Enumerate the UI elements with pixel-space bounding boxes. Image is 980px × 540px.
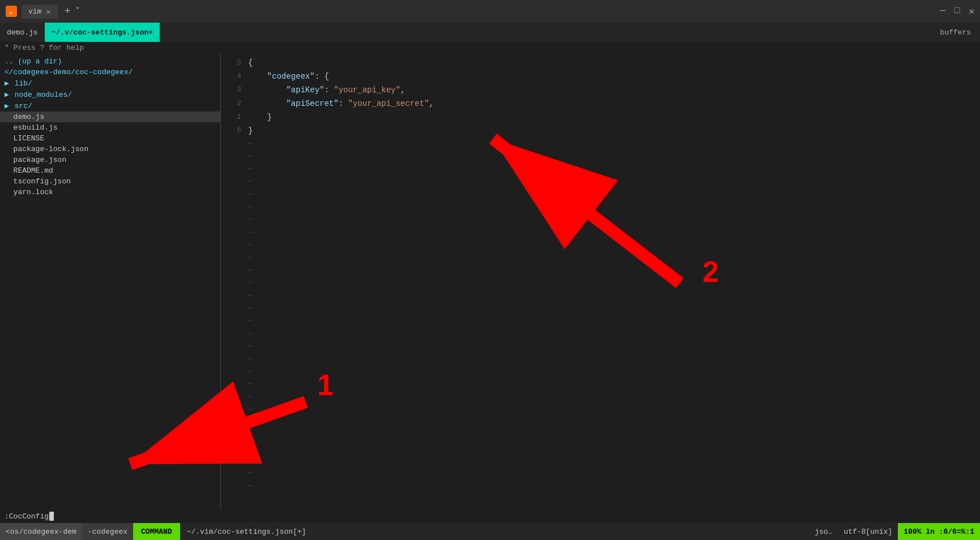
tilde-line: ~ <box>221 391 980 404</box>
cursor <box>49 512 54 521</box>
tab-chevron[interactable]: ˅ <box>75 6 80 17</box>
tilde-line: ~ <box>221 328 980 340</box>
tilde-line: ~ <box>221 150 980 162</box>
code-line-1: 1 } <box>221 110 980 124</box>
status-left-path: <os/codegeex-dem <box>0 523 82 540</box>
window-controls: — □ ✕ <box>940 6 974 17</box>
code-line-5: 5 { <box>221 56 980 70</box>
tab-vim[interactable]: vim ✕ <box>22 5 58 19</box>
editor-pane: 5 { 4 "codegeex": { 3 "apiKey": "your_ap… <box>221 54 980 521</box>
maximize-button[interactable]: □ <box>955 6 960 17</box>
tab-title: vim <box>28 7 41 16</box>
sidebar-item-up-dir[interactable]: .. (up a dir) <box>0 56 220 67</box>
buffer-tab-demo-js[interactable]: demo.js <box>0 23 45 42</box>
tilde-line: ~ <box>221 340 980 353</box>
sidebar-item-root-dir[interactable]: </codegeex-demo/coc-codegeex/ <box>0 67 220 78</box>
sidebar-item-lib[interactable]: ▶ lib/ <box>0 78 220 89</box>
status-filename: ~/.vim/coc-settings.json[+] <box>180 528 809 536</box>
tilde-line: ~ <box>221 366 980 378</box>
status-encoding: utf-8[unix] <box>838 528 898 536</box>
sidebar-item-license[interactable]: LICENSE <box>0 133 220 144</box>
code-line-6: 6 } <box>221 124 980 138</box>
tilde-line: ~ <box>221 175 980 188</box>
status-filetype: jso… <box>809 528 838 536</box>
add-tab-button[interactable]: + <box>65 6 71 17</box>
tilde-line: ~ <box>221 404 980 416</box>
tab-close-button[interactable]: ✕ <box>46 7 50 16</box>
code-line-3: 3 "apiKey": "your_api_key", <box>221 83 980 97</box>
close-window-button[interactable]: ✕ <box>969 6 974 17</box>
buffer-tab-coc-settings[interactable]: ~/.v/coc-settings.json+ <box>45 23 160 42</box>
sidebar-item-esbuild-js[interactable]: esbuild.js <box>0 122 220 133</box>
tilde-line: ~ <box>221 455 980 467</box>
tilde-line: ~ <box>221 467 980 479</box>
sidebar-item-yarn-lock[interactable]: yarn.lock <box>0 187 220 198</box>
tilde-line: ~ <box>221 378 980 391</box>
minimize-button[interactable]: — <box>940 6 945 17</box>
vim-icon: v <box>6 6 17 17</box>
tilde-line: ~ <box>221 353 980 366</box>
sidebar-item-demo-js[interactable]: demo.js <box>0 112 220 122</box>
cmd-text: :CocConfig <box>5 512 49 521</box>
tilde-line: ~ <box>221 277 980 289</box>
status-progress: 100% ln :6/6=%:1 <box>898 523 980 540</box>
tilde-line: ~ <box>221 417 980 429</box>
tilde-line: ~ <box>221 302 980 315</box>
tilde-line: ~ <box>221 213 980 226</box>
tilde-line: ~ <box>221 138 980 150</box>
help-line: " Press ? for help <box>0 42 980 54</box>
code-line-2: 2 "apiSecret": "your_api_secret", <box>221 97 980 110</box>
tilde-line: ~ <box>221 163 980 175</box>
svg-text:v: v <box>10 10 12 15</box>
status-branch: -codegeex <box>82 523 133 540</box>
tilde-line: ~ <box>221 252 980 264</box>
sidebar-item-tsconfig-json[interactable]: tsconfig.json <box>0 176 220 187</box>
tilde-line: ~ <box>221 264 980 277</box>
tilde-line: ~ <box>221 290 980 302</box>
buffer-tabs: demo.js ~/.v/coc-settings.json+ buffers <box>0 23 980 42</box>
buffers-label: buffers <box>940 28 980 37</box>
sidebar-item-package-lock-json[interactable]: package-lock.json <box>0 144 220 155</box>
tilde-line: ~ <box>221 201 980 213</box>
tilde-line: ~ <box>221 480 980 492</box>
command-line: :CocConfig <box>0 509 980 523</box>
sidebar-item-node-modules[interactable]: ▶ node_modules/ <box>0 89 220 100</box>
code-area: 5 { 4 "codegeex": { 3 "apiKey": "your_ap… <box>221 54 980 495</box>
code-line-4: 4 "codegeex": { <box>221 70 980 83</box>
tilde-line: ~ <box>221 315 980 327</box>
sidebar-item-package-json[interactable]: package.json <box>0 155 220 165</box>
status-mode: COMMAND <box>133 523 180 540</box>
main-area: .. (up a dir) </codegeex-demo/coc-codege… <box>0 54 980 521</box>
tilde-line: ~ <box>221 239 980 251</box>
tilde-line: ~ <box>221 188 980 201</box>
file-explorer-sidebar: .. (up a dir) </codegeex-demo/coc-codege… <box>0 54 221 521</box>
tilde-line: ~ <box>221 226 980 239</box>
sidebar-item-src[interactable]: ▶ src/ <box>0 100 220 112</box>
sidebar-item-readme-md[interactable]: README.md <box>0 165 220 176</box>
tilde-line: ~ <box>221 442 980 454</box>
tilde-line: ~ <box>221 429 980 442</box>
status-bar: <os/codegeex-dem -codegeex COMMAND ~/.vi… <box>0 523 980 540</box>
title-bar: v vim ✕ + ˅ — □ ✕ <box>0 0 980 23</box>
